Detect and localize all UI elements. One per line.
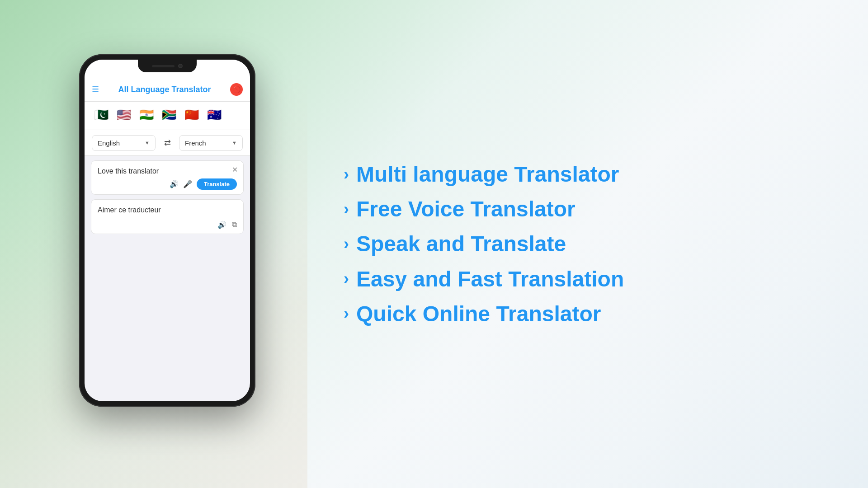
feature-text-1: Multi language Translator [356,162,619,187]
flag-china[interactable]: 🇨🇳 [182,105,201,124]
source-language-label: English [98,139,120,147]
feature-text-3: Speak and Translate [356,231,566,256]
translate-button[interactable]: Translate [197,178,237,190]
app-title: All Language Translator [99,85,230,94]
chevron-right-icon-3: › [344,236,349,252]
flag-south-africa[interactable]: 🇿🇦 [160,105,179,124]
flag-usa[interactable]: 🇺🇸 [114,105,133,124]
clear-input-button[interactable]: ✕ [232,165,238,174]
output-controls: 🔊 ⧉ [217,221,237,229]
input-controls: 🔊 🎤 Translate [98,178,237,190]
output-text: Aimer ce traducteur [98,205,237,215]
flag-australia[interactable]: 🇦🇺 [205,105,224,124]
source-language-button[interactable]: English ▼ [92,135,156,151]
copy-icon[interactable]: ⧉ [232,221,237,229]
phone-frame: ☰ All Language Translator 🚫 🇵🇰 🇺🇸 🇮🇳 🇿🇦 … [79,54,255,407]
language-selector: English ▼ ⇄ French ▼ [85,130,250,156]
swap-languages-button[interactable]: ⇄ [159,135,175,151]
target-language-label: French [185,139,206,147]
output-box: Aimer ce traducteur 🔊 ⧉ [91,199,244,234]
right-panel: › Multi language Translator › Free Voice… [307,0,868,488]
chevron-right-icon-5: › [344,305,349,322]
feature-item-1: › Multi language Translator [344,159,832,189]
flag-india[interactable]: 🇮🇳 [137,105,156,124]
feature-text-4: Easy and Fast Translation [356,267,624,291]
feature-text-5: Quick Online Translator [356,301,601,326]
feature-item-3: › Speak and Translate [344,229,832,259]
left-panel: ☰ All Language Translator 🚫 🇵🇰 🇺🇸 🇮🇳 🇿🇦 … [0,0,307,488]
phone-screen: ☰ All Language Translator 🚫 🇵🇰 🇺🇸 🇮🇳 🇿🇦 … [85,60,250,401]
feature-item-2: › Free Voice Translator [344,194,832,224]
chevron-right-icon-1: › [344,166,349,183]
speaker-icon[interactable]: 🔊 [170,180,179,188]
target-chevron-icon: ▼ [232,140,237,145]
menu-icon[interactable]: ☰ [92,84,99,94]
target-language-button[interactable]: French ▼ [179,135,243,151]
no-ads-icon[interactable]: 🚫 [230,83,243,96]
app-header: ☰ All Language Translator 🚫 [85,80,250,102]
chevron-right-icon-4: › [344,271,349,287]
translation-area: Love this translator ✕ 🔊 🎤 Translate Aim… [85,156,250,401]
flags-row: 🇵🇰 🇺🇸 🇮🇳 🇿🇦 🇨🇳 🇦🇺 [85,102,250,130]
output-speaker-icon[interactable]: 🔊 [217,221,226,229]
phone-notch [138,60,197,72]
notch-speaker [152,65,175,67]
mic-icon[interactable]: 🎤 [183,180,192,188]
source-chevron-icon: ▼ [145,140,150,145]
feature-item-5: › Quick Online Translator [344,299,832,329]
input-text[interactable]: Love this translator [98,166,237,176]
chevron-right-icon-2: › [344,201,349,217]
feature-item-4: › Easy and Fast Translation [344,264,832,294]
flag-pakistan[interactable]: 🇵🇰 [92,105,111,124]
notch-camera [178,64,183,68]
feature-text-2: Free Voice Translator [356,197,576,221]
input-box: Love this translator ✕ 🔊 🎤 Translate [91,160,244,195]
